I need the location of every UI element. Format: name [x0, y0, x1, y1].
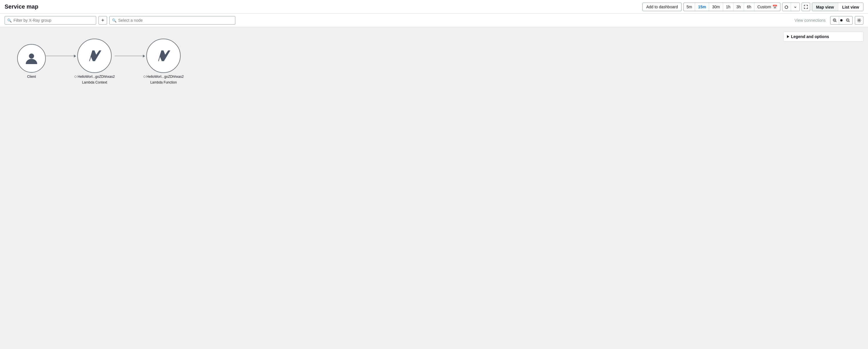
- add-to-dashboard-button[interactable]: Add to dashboard: [643, 3, 682, 11]
- lambda-context-type: Lambda Context: [82, 80, 107, 84]
- zoom-in-icon: [833, 18, 837, 22]
- lambda-context-name-row: HelloWorl...goZDhhxas2: [74, 75, 115, 79]
- person-icon: [25, 51, 38, 65]
- list-view-button[interactable]: List view: [838, 3, 863, 11]
- group-filter-wrap: 🔍: [5, 16, 96, 25]
- client-node-wrap: Client: [17, 44, 46, 79]
- view-toggle: Map view List view: [812, 3, 863, 11]
- zoom-in-button[interactable]: [831, 16, 839, 25]
- client-label: Client: [27, 74, 36, 79]
- arrow-context-to-function: [115, 56, 144, 68]
- zoom-out-icon: [846, 18, 850, 22]
- lambda-function-icon: [155, 47, 172, 64]
- legend-panel: Legend and options: [783, 32, 863, 41]
- map-view-button[interactable]: Map view: [812, 3, 838, 11]
- add-group-button[interactable]: +: [98, 16, 107, 25]
- lambda-icon: [86, 47, 103, 64]
- settings-icon: [857, 18, 861, 23]
- arrow-line-1: [46, 56, 74, 56]
- time-6h-button[interactable]: 6h: [744, 3, 755, 11]
- time-1h-button[interactable]: 1h: [723, 3, 734, 11]
- group-filter-input[interactable]: [13, 18, 94, 23]
- calendar-icon: 📅: [772, 5, 777, 9]
- arrow-line-2: [115, 56, 144, 56]
- svg-line-6: [849, 21, 850, 22]
- lambda-function-node-wrap: HelloWorl...goZDhhxas2 Lambda Function: [144, 39, 184, 84]
- lambda-function-type: Lambda Function: [150, 80, 177, 84]
- top-bar-controls: Add to dashboard 5m 15m 30m 1h 3h 6h Cus…: [643, 3, 863, 11]
- lambda-context-status-dot: [74, 75, 77, 78]
- lambda-function-status-dot: [144, 75, 146, 78]
- time-3h-button[interactable]: 3h: [734, 3, 744, 11]
- zoom-indicator: [840, 19, 842, 22]
- time-selector: 5m 15m 30m 1h 3h 6h Custom 📅: [683, 3, 780, 11]
- dropdown-button[interactable]: [791, 3, 800, 11]
- svg-line-3: [835, 21, 836, 22]
- expand-icon: [804, 5, 808, 9]
- time-30m-button[interactable]: 30m: [709, 3, 723, 11]
- main-canvas: Legend and options Client: [0, 27, 868, 176]
- legend-toggle-icon: [787, 35, 789, 38]
- toolbar: 🔍 + 🔍 View connections: [0, 14, 868, 27]
- lambda-function-node[interactable]: [146, 39, 181, 73]
- lambda-function-name-row: HelloWorl...goZDhhxas2: [144, 75, 184, 79]
- view-connections-button[interactable]: View connections: [792, 17, 828, 24]
- lambda-context-node[interactable]: [77, 39, 112, 73]
- top-bar: Service map Add to dashboard 5m 15m 30m …: [0, 0, 868, 14]
- lambda-context-name: HelloWorl...goZDhhxas2: [78, 75, 115, 79]
- client-node[interactable]: [17, 44, 46, 73]
- node-search-wrap: 🔍: [110, 16, 235, 25]
- service-map-nodes: Client HelloWorl...goZDhhxas2 Lambda Con…: [17, 39, 184, 84]
- refresh-group: [782, 3, 800, 11]
- lambda-context-node-wrap: HelloWorl...goZDhhxas2 Lambda Context: [74, 39, 115, 84]
- zoom-group: [830, 16, 852, 25]
- refresh-button[interactable]: [782, 3, 791, 11]
- node-search-icon: 🔍: [112, 18, 117, 23]
- node-search-input[interactable]: [118, 18, 233, 23]
- legend-header-label: Legend and options: [791, 34, 829, 39]
- page-title: Service map: [5, 3, 38, 10]
- legend-header[interactable]: Legend and options: [783, 32, 863, 41]
- lambda-function-name: HelloWorl...goZDhhxas2: [147, 75, 184, 79]
- arrow-client-to-context: [46, 56, 74, 68]
- expand-button[interactable]: [802, 3, 810, 11]
- refresh-icon: [784, 5, 788, 9]
- time-15m-button[interactable]: 15m: [695, 3, 709, 11]
- svg-point-7: [859, 20, 860, 21]
- time-custom-button[interactable]: Custom 📅: [754, 3, 780, 11]
- search-icon: 🔍: [7, 18, 12, 23]
- chevron-down-icon: [794, 6, 797, 9]
- time-5m-button[interactable]: 5m: [684, 3, 695, 11]
- svg-point-8: [29, 54, 34, 59]
- settings-button[interactable]: [855, 16, 863, 25]
- zoom-out-button[interactable]: [844, 16, 852, 25]
